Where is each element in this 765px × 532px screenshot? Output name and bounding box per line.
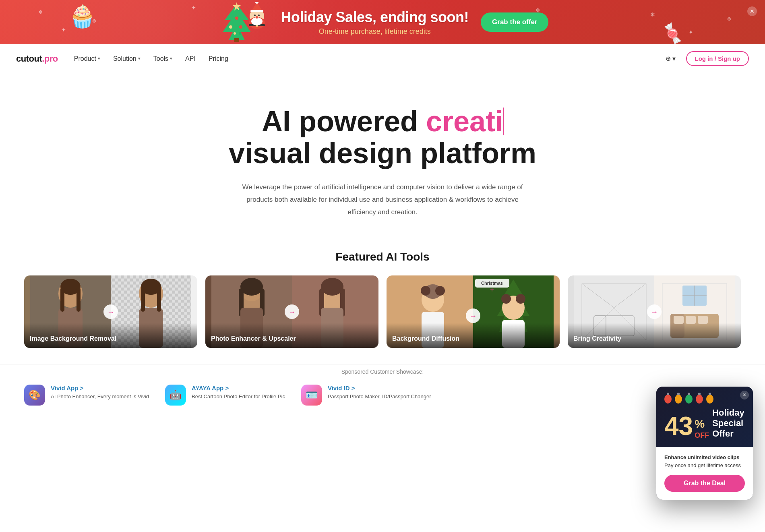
nav-item-pricing[interactable]: Pricing — [209, 55, 228, 62]
svg-point-13 — [255, 2, 258, 4]
translate-icon: ⊕ — [666, 55, 671, 62]
gingerbread-icon: 🧁 — [68, 3, 96, 29]
svg-rect-31 — [76, 288, 81, 312]
banner-title: Holiday Sales, ending soon! — [281, 9, 469, 26]
language-button[interactable]: ⊕ ▾ — [662, 52, 680, 65]
showcase-item-vividid[interactable]: 🪪 Vivid ID > Passport Photo Maker, ID/Pa… — [301, 385, 431, 406]
hero-line2: visual design platform — [229, 137, 536, 169]
navbar-right: ⊕ ▾ Log in / Sign up — [662, 51, 749, 66]
svg-point-7 — [239, 32, 241, 35]
svg-rect-36 — [141, 288, 145, 312]
chevron-down-icon: ▾ — [98, 56, 100, 61]
ayaya-app-title[interactable]: AYAYA App > — [192, 385, 285, 391]
snowflake-4: ❄ — [650, 11, 655, 18]
popup-holiday-text-group: Holiday Special Offer — [712, 408, 744, 422]
featured-tools-section: Featured AI Tools — [0, 242, 765, 364]
showcase-item-vivid-content: Vivid App > AI Photo Enhancer, Every mom… — [51, 385, 149, 400]
login-signup-button[interactable]: Log in / Sign up — [686, 51, 749, 66]
svg-rect-30 — [60, 288, 64, 312]
vivid-app-icon: 🎨 — [24, 385, 45, 406]
candy-cane-icon: 🍬 — [659, 20, 688, 44]
banner-subtitle: One-time purchase, lifetime credits — [281, 27, 469, 36]
popup-off-group: % OFF — [695, 418, 709, 422]
featured-title: Featured AI Tools — [24, 250, 741, 263]
nav-link-pricing[interactable]: Pricing — [209, 55, 228, 62]
svg-text:＋: ＋ — [489, 286, 495, 293]
svg-text:→: → — [651, 308, 658, 316]
nav-item-tools[interactable]: Tools ▾ — [153, 55, 172, 62]
nav-link-api[interactable]: API — [185, 55, 196, 62]
popup-ornaments — [664, 395, 745, 404]
showcase-item-vivid[interactable]: 🎨 Vivid App > AI Photo Enhancer, Every m… — [24, 385, 149, 406]
banner-close-button[interactable]: ✕ — [747, 6, 757, 16]
banner-text-group: Holiday Sales, ending soon! One-time pur… — [281, 9, 469, 36]
ornament-red — [664, 395, 672, 404]
vividid-app-title[interactable]: Vivid ID > — [328, 385, 431, 391]
snowflake-5: ✦ — [688, 29, 693, 35]
svg-point-4 — [229, 25, 232, 29]
svg-text:→: → — [469, 312, 477, 320]
popup-header: ✕ 43 % OFF Holiday Special Offer — [656, 387, 753, 422]
nav-link-tools[interactable]: Tools ▾ — [153, 55, 172, 62]
nav-link-product[interactable]: Product ▾ — [74, 55, 100, 62]
svg-point-17 — [254, 14, 256, 16]
showcase-item-ayaya[interactable]: 🤖 AYAYA App > Best Cartoon Photo Editor … — [165, 385, 285, 406]
snowflake-8: ✦ — [191, 4, 196, 11]
santa-tree-decoration — [217, 2, 269, 42]
tool-card-bg-removal[interactable]: → Image Background Removal — [24, 275, 197, 348]
tool-card-label-bg-diffusion: Background Diffusion — [387, 323, 560, 348]
vividid-app-icon: 🪪 — [301, 385, 322, 406]
holiday-popup: ✕ 43 % OFF Holiday Special Offer Enhance… — [656, 387, 753, 422]
svg-rect-95 — [674, 316, 684, 324]
tool-card-photo-enhance[interactable]: → Photo Enhancer & Upscaler — [205, 275, 378, 348]
popup-percent-value: 43 — [664, 413, 693, 422]
svg-rect-97 — [698, 316, 708, 324]
hero-section: AI powered creati visual design platform… — [161, 73, 604, 242]
svg-point-18 — [258, 14, 260, 16]
nav-links: Product ▾ Solution ▾ Tools ▾ API Pricing — [74, 55, 228, 62]
showcase-section: Sponsored Customer Showcase: 🎨 Vivid App… — [0, 364, 765, 422]
vividid-app-desc: Passport Photo Maker, ID/Passport Change… — [328, 393, 431, 400]
ornament-red-2 — [696, 395, 703, 404]
popup-special-text: Special — [712, 418, 744, 422]
vivid-icon-symbol: 🎨 — [29, 389, 41, 401]
svg-point-71 — [516, 294, 525, 304]
svg-rect-2 — [234, 38, 239, 42]
svg-rect-96 — [686, 316, 696, 324]
ornament-gold-2 — [706, 395, 713, 404]
popup-holiday-text: Holiday — [712, 408, 744, 418]
vivid-app-title[interactable]: Vivid App > — [51, 385, 149, 391]
nav-item-solution[interactable]: Solution ▾ — [113, 55, 141, 62]
vivid-app-desc: AI Photo Enhancer, Every moment is Vivid — [51, 393, 149, 400]
nav-item-api[interactable]: API — [185, 55, 196, 62]
tools-carousel: → Image Background Removal — [24, 275, 741, 348]
snowflake-6: ❄ — [727, 16, 732, 22]
hero-line1: AI powered creati — [262, 105, 503, 137]
ornament-gold — [675, 395, 682, 404]
logo-link[interactable]: cutout.pro — [16, 54, 58, 64]
banner-cta-button[interactable]: Grab the offer — [481, 12, 548, 32]
svg-point-60 — [421, 286, 430, 296]
tool-card-bg-diffusion[interactable]: Christmas ＋ → Background Diffusion — [387, 275, 560, 348]
chevron-down-icon: ▾ — [170, 56, 172, 61]
snowflake-2: ✦ — [61, 27, 66, 33]
christmas-tree-svg — [217, 2, 269, 42]
nav-link-solution[interactable]: Solution ▾ — [113, 55, 141, 62]
svg-point-3 — [235, 17, 238, 20]
ornament-green — [685, 395, 693, 404]
hero-title: AI powered creati visual design platform — [177, 106, 588, 169]
svg-text:Christmas: Christmas — [481, 281, 503, 286]
svg-point-19 — [256, 16, 258, 19]
vividid-icon-symbol: 🪪 — [306, 389, 318, 401]
nav-item-product[interactable]: Product ▾ — [74, 55, 100, 62]
showcase-label: Sponsored Customer Showcase: — [24, 368, 741, 375]
svg-rect-11 — [250, 10, 263, 12]
popup-close-button[interactable]: ✕ — [740, 391, 749, 400]
snowflake-1: ❄ — [38, 9, 43, 15]
svg-marker-1 — [223, 4, 251, 40]
svg-point-6 — [234, 32, 236, 35]
hero-subtitle: We leverage the power of artificial inte… — [242, 181, 523, 218]
svg-text:→: → — [107, 308, 114, 316]
navbar: cutout.pro Product ▾ Solution ▾ Tools ▾ … — [0, 44, 765, 73]
tool-card-creativity[interactable]: → Bring Creativity — [568, 275, 741, 348]
